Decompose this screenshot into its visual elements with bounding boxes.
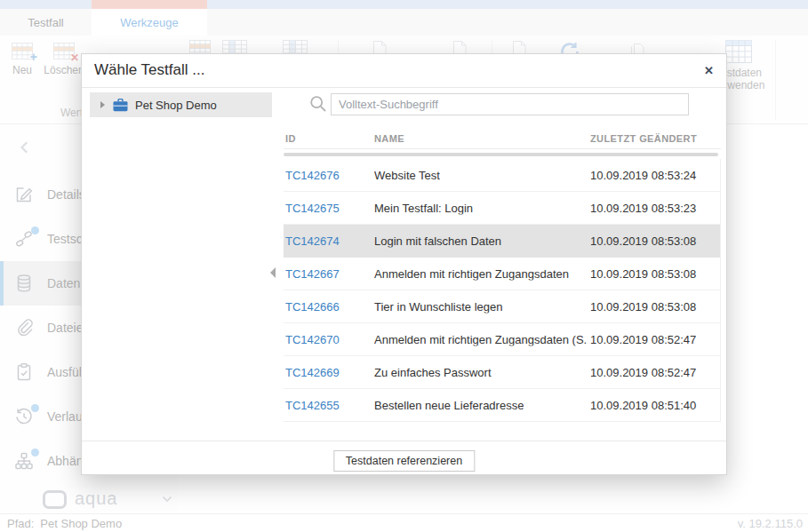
table-row-selected[interactable]: TC142674 Login mit falschen Daten 10.09.… [284,225,720,258]
testcase-name: Tier in Wunschliste legen [374,300,503,314]
column-header-id[interactable]: ID [285,133,296,144]
close-icon[interactable]: ✕ [704,64,714,77]
testcase-modified: 10.09.2019 08:53:23 [590,202,696,215]
table-row[interactable]: TC142670 Anmelden mit richtigen Zugangsd… [284,323,720,356]
reference-testdata-button[interactable]: Testdaten referenzieren [333,450,475,472]
testcase-modified: 10.09.2019 08:53:08 [590,267,696,281]
testcase-id-link[interactable]: TC142674 [285,234,340,248]
tree-node-label: Pet Shop Demo [135,99,217,112]
choose-testcase-dialog: Wähle Testfall ... ✕ Pet Shop Demo I [81,53,727,475]
table-row[interactable]: TC142655 Bestellen neue Lieferadresse 10… [284,389,720,422]
dialog-header-divider [82,87,726,88]
table-body: TC142676 Website Test 10.09.2019 08:53:2… [284,159,721,422]
testcase-name: Mein Testfall: Login [374,202,473,215]
table-row[interactable]: TC142666 Tier in Wunschliste legen 10.09… [284,290,720,323]
testcase-id-link[interactable]: TC142667 [285,267,340,281]
briefcase-icon [113,99,128,112]
column-header-name[interactable]: NAME [374,133,404,144]
testcase-id-link[interactable]: TC142666 [285,300,340,314]
testcase-name: Anmelden mit richtigen Zugangsdaten (S..… [374,333,588,346]
testcase-modified: 10.09.2019 08:52:47 [590,333,696,346]
testcase-name: Login mit falschen Daten [374,234,501,248]
testcase-id-link[interactable]: TC142676 [285,169,340,182]
dialog-footer-divider [82,441,726,441]
testcase-modified: 10.09.2019 08:52:47 [590,366,696,379]
testcase-modified: 10.09.2019 08:53:24 [590,169,696,182]
testcase-name: Website Test [374,169,440,182]
testcase-id-link[interactable]: TC142669 [285,366,340,379]
testcase-name: Bestellen neue Lieferadresse [374,399,524,412]
testcase-id-link[interactable]: TC142670 [285,333,340,346]
table-row[interactable]: TC142667 Anmelden mit richtigen Zugangsd… [284,258,720,290]
testcase-modified: 10.09.2019 08:53:08 [590,300,696,314]
testcase-name: Zu einfaches Passwort [374,366,492,379]
table-row[interactable]: TC142675 Mein Testfall: Login 10.09.2019… [284,192,720,225]
fulltext-search-input[interactable] [331,93,689,115]
testcase-table: ID NAME ZULETZT GEÄNDERT TC142676 Websit… [284,131,721,149]
table-header: ID NAME ZULETZT GEÄNDERT [284,131,721,149]
search-icon [309,95,327,113]
testcase-name: Anmelden mit richtigen Zugangsdaten [374,267,569,281]
column-header-modified[interactable]: ZULETZT GEÄNDERT [590,133,697,144]
tree-node-pet-shop-demo[interactable]: Pet Shop Demo [90,92,272,117]
panel-splitter-arrow[interactable] [270,267,276,278]
table-row[interactable]: TC142669 Zu einfaches Passwort 10.09.201… [284,356,720,389]
testcase-modified: 10.09.2019 08:53:08 [590,234,696,248]
table-row[interactable]: TC142676 Website Test 10.09.2019 08:53:2… [284,159,720,192]
tree-expand-arrow-icon[interactable] [100,101,105,108]
horizontal-scrollbar[interactable] [284,153,718,156]
app-window: Testfall Werkzeuge + Neu ✕ [0,0,808,532]
dialog-title: Wähle Testfall ... [94,61,204,79]
testcase-id-link[interactable]: TC142655 [285,399,340,412]
testcase-modified: 10.09.2019 08:51:40 [590,399,696,412]
testcase-id-link[interactable]: TC142675 [285,202,340,215]
